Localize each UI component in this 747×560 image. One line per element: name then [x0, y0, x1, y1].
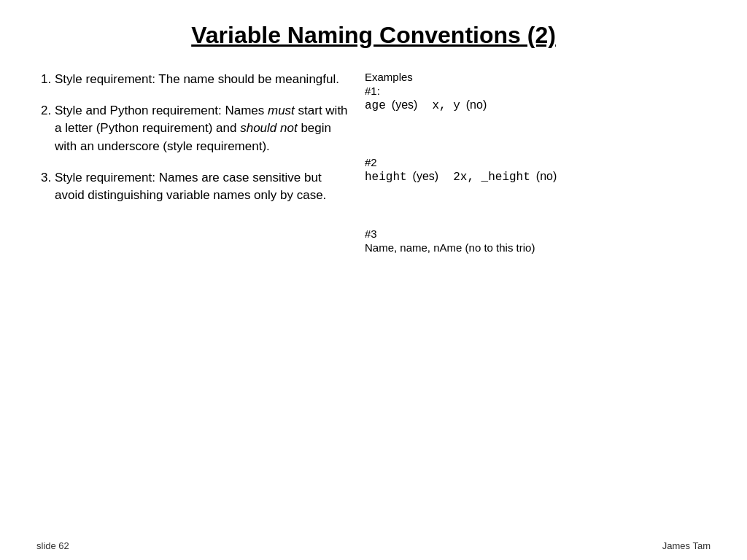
- list-item-1: Style requirement: The name should be me…: [55, 71, 350, 89]
- example1-label: Examples: [365, 71, 711, 83]
- slide-title: Variable Naming Conventions (2): [36, 22, 711, 49]
- item1-text: Style requirement: The name should be me…: [55, 72, 339, 86]
- example2-num: #2: [365, 156, 711, 168]
- example2-block: #2 height (yes) 2x, _height (no): [365, 156, 711, 184]
- example2-yes: (yes): [413, 170, 439, 183]
- item2-part1: Style and Python requirement: Names: [55, 104, 268, 117]
- example1-line: age (yes) x, y (no): [365, 98, 711, 112]
- slide: Variable Naming Conventions (2) Style re…: [0, 0, 747, 560]
- left-column: Style requirement: The name should be me…: [36, 71, 350, 270]
- item2-not: not: [280, 121, 298, 135]
- example3-text: Name, name, nAme (no to this trio): [365, 241, 711, 254]
- example1-yes: (yes): [392, 98, 418, 112]
- slide-author: James Tam: [662, 540, 711, 551]
- example2-line: height (yes) 2x, _height (no): [365, 170, 711, 184]
- slide-number: slide 62: [36, 540, 69, 551]
- example1-code2: x, y: [432, 99, 460, 112]
- content-area: Style requirement: The name should be me…: [36, 71, 711, 270]
- example3-num: #3: [365, 228, 711, 240]
- example2-no: (no): [536, 170, 557, 183]
- list-item-2: Style and Python requirement: Names must…: [55, 102, 350, 156]
- item2-must: must: [268, 104, 295, 117]
- item3-text: Style requirement: Names are case sensit…: [55, 171, 326, 203]
- list-item-3: Style requirement: Names are case sensit…: [55, 169, 350, 205]
- example1-no: (no): [466, 98, 487, 112]
- example2-code2: 2x, _height: [453, 171, 530, 184]
- example2-code: height: [365, 171, 407, 184]
- example1-block: Examples #1: age (yes) x, y (no): [365, 71, 711, 112]
- example1-num: #1:: [365, 85, 711, 97]
- example3-block: #3 Name, name, nAme (no to this trio): [365, 228, 711, 255]
- requirements-list: Style requirement: The name should be me…: [36, 71, 350, 205]
- item2-should: should: [240, 121, 276, 135]
- example1-code: age: [365, 99, 386, 112]
- right-column: Examples #1: age (yes) x, y (no) #2 heig…: [365, 71, 711, 270]
